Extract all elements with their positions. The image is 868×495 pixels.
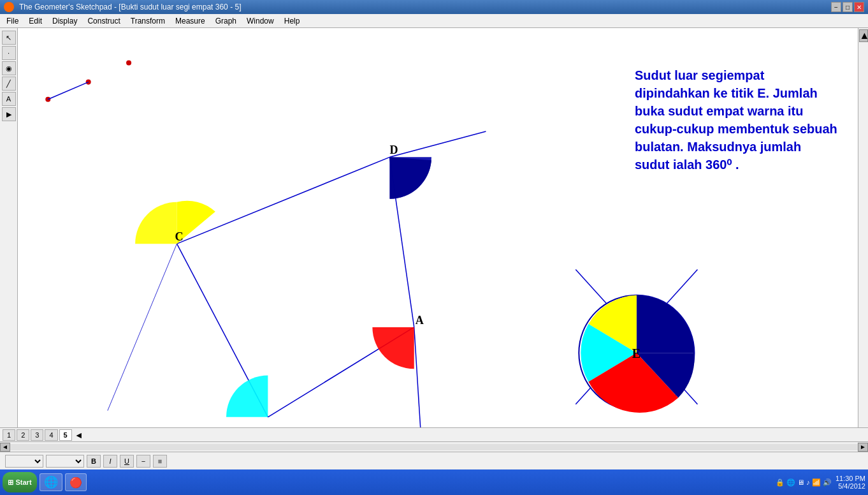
start-button[interactable]: ⊞ Start xyxy=(3,472,37,492)
svg-text:D: D xyxy=(390,144,398,156)
right-scrollbar[interactable]: ▲ xyxy=(858,28,868,427)
tabs-bar: 1 2 3 4 5 ◄ xyxy=(0,427,868,441)
svg-line-3 xyxy=(48,82,88,100)
svg-line-4 xyxy=(177,157,390,244)
italic-button[interactable]: I xyxy=(103,455,117,468)
special-button[interactable]: ≡ xyxy=(153,455,167,468)
menu-measure[interactable]: Measure xyxy=(170,15,210,27)
svg-line-5 xyxy=(390,131,486,157)
svg-text:C: C xyxy=(175,230,183,243)
menu-edit[interactable]: Edit xyxy=(24,15,47,27)
tab-3[interactable]: 3 xyxy=(31,429,43,441)
close-button[interactable]: ✕ xyxy=(854,2,864,12)
date-display: 5/4/2012 xyxy=(835,482,865,490)
ie-icon: 🌐 xyxy=(44,475,58,489)
scroll-left-button[interactable]: ◄ xyxy=(0,443,10,452)
menu-display[interactable]: Display xyxy=(47,15,82,27)
menu-bar: File Edit Display Construct Transform Me… xyxy=(0,14,868,28)
svg-text:A: A xyxy=(416,314,424,327)
svg-text:E: E xyxy=(632,346,640,360)
taskbar-right: 🔒 🌐 🖥 ♪ 📶 🔊 11:30 PM 5/4/2012 xyxy=(776,475,865,490)
tab-5[interactable]: 5 xyxy=(59,429,72,441)
window-title: The Geometer's Sketchpad - [Bukti sudut … xyxy=(19,3,241,11)
bold-button[interactable]: B xyxy=(87,455,101,468)
system-icons: 🔒 🌐 🖥 ♪ 📶 🔊 xyxy=(776,478,832,487)
annotation-text: Sudut luar segiempat dipindahkan ke titi… xyxy=(635,66,839,174)
bottom-toolbar: B I U − ≡ xyxy=(0,452,868,469)
taskbar-ie[interactable]: 🌐 xyxy=(40,473,62,491)
menu-file[interactable]: File xyxy=(1,15,24,27)
left-toolbar: ↖ · ◉ ╱ A ▶ xyxy=(0,28,18,427)
minimize-button[interactable]: − xyxy=(831,2,841,12)
line-tool[interactable]: ╱ xyxy=(2,77,16,91)
svg-point-2 xyxy=(45,97,50,102)
tab-4[interactable]: 4 xyxy=(45,429,57,441)
font-select[interactable] xyxy=(5,455,43,468)
title-bar: The Geometer's Sketchpad - [Bukti sudut … xyxy=(0,0,868,14)
start-label: ⊞ Start xyxy=(8,478,31,487)
maximize-button[interactable]: □ xyxy=(843,2,853,12)
tab-1[interactable]: 1 xyxy=(3,429,15,441)
svg-point-0 xyxy=(126,60,131,65)
underline-button[interactable]: U xyxy=(120,455,134,468)
menu-construct[interactable]: Construct xyxy=(82,15,125,27)
taskbar: ⊞ Start 🌐 🔴 🔒 🌐 🖥 ♪ 📶 🔊 11:30 PM 5/4/201… xyxy=(0,469,868,495)
menu-transform[interactable]: Transform xyxy=(126,15,170,27)
size-select[interactable] xyxy=(46,455,84,468)
taskbar-gsp[interactable]: 🔴 xyxy=(65,473,87,491)
text-tool[interactable]: A xyxy=(2,92,16,106)
scroll-right-button[interactable]: ► xyxy=(858,443,868,452)
svg-line-9 xyxy=(414,327,422,427)
svg-line-10 xyxy=(108,244,177,411)
tab-scroll-left[interactable]: ◄ xyxy=(75,430,83,440)
tab-2[interactable]: 2 xyxy=(17,429,29,441)
menu-graph[interactable]: Graph xyxy=(210,15,242,27)
minus-button[interactable]: − xyxy=(136,455,150,468)
bottom-scrollbar[interactable]: ◄ ► xyxy=(0,441,868,452)
title-bar-buttons[interactable]: − □ ✕ xyxy=(831,2,864,12)
gsp-icon: 🔴 xyxy=(69,477,82,489)
compass-tool[interactable]: ◉ xyxy=(2,61,16,75)
menu-help[interactable]: Help xyxy=(279,15,305,27)
point-tool[interactable]: · xyxy=(2,46,16,60)
canvas-area[interactable]: D C A B xyxy=(18,28,858,427)
clock: 11:30 PM 5/4/2012 xyxy=(835,475,865,490)
title-bar-left: The Geometer's Sketchpad - [Bukti sudut … xyxy=(4,2,241,12)
app-icon xyxy=(4,2,14,12)
custom-tool[interactable]: ▶ xyxy=(2,107,16,121)
menu-window[interactable]: Window xyxy=(242,15,279,27)
time-display: 11:30 PM xyxy=(835,475,865,482)
select-tool[interactable]: ↖ xyxy=(2,31,16,45)
